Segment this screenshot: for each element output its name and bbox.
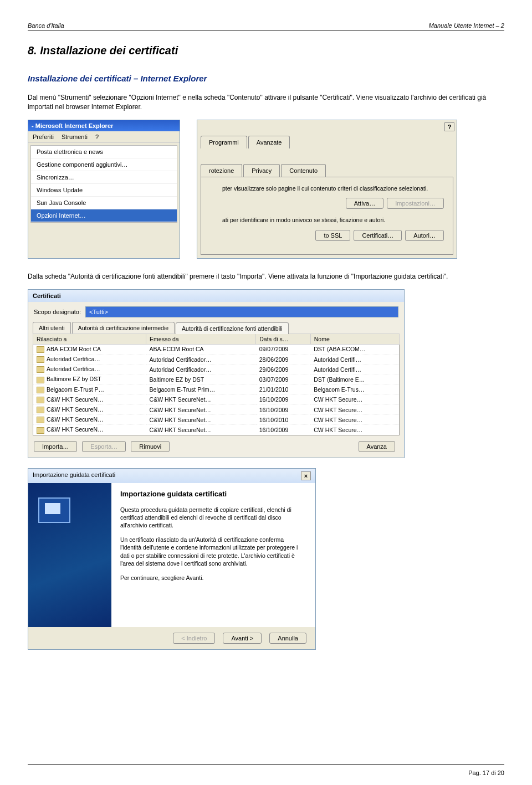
certificate-row-icon — [37, 397, 44, 403]
table-cell: CW HKT Secure… — [310, 404, 399, 414]
table-row[interactable]: C&W HKT SecureN…C&W HKT SecureNet…16/10/… — [33, 415, 400, 425]
table-cell: ABA.ECOM Root CA — [146, 344, 256, 354]
importa-button[interactable]: Importa… — [34, 441, 77, 452]
certificates-table: Rilasciato a Emesso da Data di s… Nome A… — [33, 334, 400, 435]
table-cell: CW HKT Secure… — [310, 415, 399, 425]
menu-strumenti[interactable]: Strumenti — [62, 134, 88, 140]
table-cell: Autoridad Certifi… — [310, 354, 399, 364]
dd-posta[interactable]: Posta elettronica e news — [31, 146, 177, 158]
dd-sincronizza[interactable]: Sincronizza… — [31, 171, 177, 184]
table-row[interactable]: Autoridad Certifica…Autoridad Certificad… — [33, 365, 400, 374]
table-cell: Autoridad Certificador… — [146, 354, 256, 364]
table-cell: Belgacom E-Trus… — [310, 384, 399, 394]
tab-intermedie[interactable]: Autorità di certificazione intermedie — [72, 322, 175, 334]
table-cell: Baltimore EZ by DST — [146, 374, 256, 384]
table-cell: CW HKT Secure… — [310, 425, 399, 435]
certificate-row-icon — [37, 417, 44, 423]
tab-contenuto[interactable]: Contenuto — [281, 164, 326, 177]
page-number: Pag. 17 di 20 — [468, 769, 504, 776]
table-cell: C&W HKT SecureNet… — [146, 425, 256, 435]
opt-text-2: ati per identificare in modo univoco se … — [222, 217, 447, 224]
internet-options-screenshot: ? Programmi Avanzate rotezione Privacy C… — [197, 120, 457, 259]
header-left: Banca d'Italia — [28, 22, 64, 29]
section-title: Installazione dei certificati – Internet… — [28, 74, 504, 83]
table-cell: DST (ABA.ECOM… — [310, 344, 399, 354]
close-icon[interactable]: × — [301, 471, 311, 480]
ie-menu-bar: Preferiti Strumenti ? — [28, 131, 180, 143]
certificates-window: Certificati Scopo designato: <Tutti> Alt… — [28, 289, 405, 458]
table-row[interactable]: Baltimore EZ by DSTBaltimore EZ by DST03… — [33, 374, 400, 384]
table-cell: Autoridad Certifica… — [33, 365, 146, 374]
rimuovi-button[interactable]: Rimuovi — [131, 441, 170, 452]
table-row[interactable]: C&W HKT SecureN…C&W HKT SecureNet…16/10/… — [33, 404, 400, 414]
table-cell: C&W HKT SecureN… — [33, 394, 146, 404]
import-wizard-window: Importazione guidata certificati × Impor… — [28, 468, 316, 650]
scope-select[interactable]: <Tutti> — [85, 306, 398, 317]
tab-fonti-attendibili[interactable]: Autorità di certificazione fonti attendi… — [176, 322, 289, 334]
scope-label: Scopo designato: — [34, 309, 81, 315]
table-row[interactable]: C&W HKT SecureN…C&W HKT SecureNet…16/10/… — [33, 425, 400, 435]
col-emesso[interactable]: Emesso da — [146, 334, 256, 344]
table-cell: C&W HKT SecureN… — [33, 425, 146, 435]
ie-title-bar: - Microsoft Internet Explorer — [28, 120, 180, 131]
certificate-row-icon — [37, 407, 44, 413]
tab-privacy[interactable]: Privacy — [243, 164, 280, 177]
table-cell: C&W HKT SecureNet… — [146, 415, 256, 425]
menu-help[interactable]: ? — [95, 134, 99, 140]
table-cell: 16/10/2009 — [256, 394, 310, 404]
table-cell: Belgacom E-Trust P… — [33, 384, 146, 394]
certificate-row-icon — [37, 427, 44, 434]
table-cell: 28/06/2009 — [256, 354, 310, 364]
table-row[interactable]: ABA.ECOM Root CAABA.ECOM Root CA09/07/20… — [33, 344, 400, 354]
wizard-p3: Per continuare, scegliere Avanti. — [120, 574, 306, 582]
tab-avanzate[interactable]: Avanzate — [248, 136, 290, 148]
dd-opzioni-internet[interactable]: Opzioni Internet… — [31, 209, 177, 222]
table-cell: C&W HKT SecureN… — [33, 415, 146, 425]
page-title: 8. Installazione dei certificati — [28, 44, 504, 57]
cert-window-title: Certificati — [28, 290, 404, 302]
cancel-button[interactable]: Annulla — [269, 633, 306, 644]
strumenti-dropdown: Posta elettronica e news Gestione compon… — [30, 145, 177, 223]
autori-button[interactable]: Autori… — [405, 230, 444, 241]
table-cell: 16/10/2009 — [256, 425, 310, 435]
table-cell: 16/10/2009 — [256, 404, 310, 414]
col-nome[interactable]: Nome — [310, 334, 399, 344]
table-cell: Autoridad Certifica… — [33, 354, 146, 364]
opt-text-1: pter visualizzare solo pagine il cui con… — [222, 185, 447, 193]
dd-windows-update[interactable]: Windows Update — [31, 184, 177, 197]
table-cell: ABA.ECOM Root CA — [33, 344, 146, 354]
certificate-row-icon — [37, 366, 44, 373]
footer-rule — [28, 765, 504, 765]
table-row[interactable]: Belgacom E-Trust P…Belgacom E-Trust Prim… — [33, 384, 400, 394]
table-row[interactable]: Autoridad Certifica…Autoridad Certificad… — [33, 354, 400, 364]
wizard-title: Importazione guidata certificati — [33, 471, 115, 480]
header-right: Manuale Utente Internet – 2 — [429, 22, 504, 29]
table-cell: 16/10/2010 — [256, 415, 310, 425]
table-cell: C&W HKT SecureN… — [33, 404, 146, 414]
table-cell: 29/06/2009 — [256, 365, 310, 374]
avanzate-button[interactable]: Avanza — [359, 441, 396, 452]
table-cell: C&W HKT SecureNet… — [146, 404, 256, 414]
dd-sun-java[interactable]: Sun Java Console — [31, 197, 177, 209]
impostazioni-button[interactable]: Impostazioni… — [387, 198, 444, 209]
certificati-button[interactable]: Certificati… — [354, 230, 402, 241]
esporta-button[interactable]: Esporta… — [82, 441, 126, 452]
ssl-button[interactable]: to SSL — [315, 230, 350, 241]
menu-preferiti[interactable]: Preferiti — [33, 134, 54, 140]
dd-gestione[interactable]: Gestione componenti aggiuntivi… — [31, 158, 177, 171]
table-row[interactable]: C&W HKT SecureN…C&W HKT SecureNet…16/10/… — [33, 394, 400, 404]
col-rilasciato[interactable]: Rilasciato a — [33, 334, 146, 344]
tab-altri-utenti[interactable]: Altri utenti — [33, 322, 71, 334]
tab-programmi[interactable]: Programmi — [201, 136, 247, 148]
certificate-row-icon — [37, 387, 44, 393]
certificate-row-icon — [37, 377, 44, 383]
next-button[interactable]: Avanti > — [223, 633, 262, 644]
certificate-icon — [38, 497, 70, 523]
help-button[interactable]: ? — [444, 122, 454, 131]
attiva-button[interactable]: Attiva… — [346, 198, 384, 209]
col-data[interactable]: Data di s… — [256, 334, 310, 344]
back-button[interactable]: < Indietro — [173, 633, 215, 644]
certificate-row-icon — [37, 346, 44, 353]
tab-protezione[interactable]: rotezione — [201, 164, 242, 177]
paragraph-2: Dalla scheda "Autorità di certificazione… — [28, 272, 504, 281]
